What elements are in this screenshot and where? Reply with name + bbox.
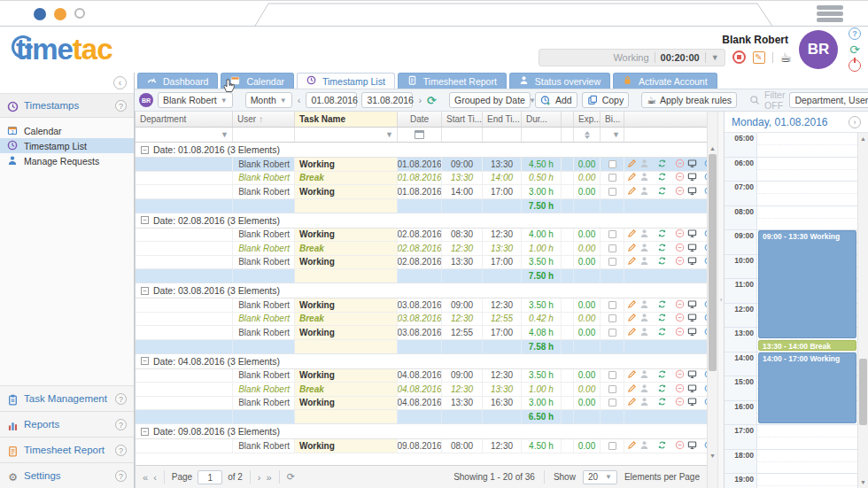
assign-user-icon[interactable] [639,313,649,324]
timestamp-row[interactable]: Blank Robert Working 03.08.2016 09:00 12… [136,298,707,313]
sidebar-section-timestamps[interactable]: Timestamps ? [0,94,134,118]
edit-pencil-icon[interactable] [627,159,637,170]
calendar-hour-row[interactable]: 17:00 [725,425,868,450]
billable-checkbox[interactable] [608,301,616,309]
sync-icon[interactable] [657,383,667,395]
billable-checkbox[interactable] [608,188,616,196]
edit-pencil-icon[interactable] [627,229,637,240]
edit-pencil-icon[interactable] [627,369,637,381]
column-header-task-name[interactable]: Task Name [295,112,398,127]
monitor-icon[interactable] [687,229,697,240]
billable-checkbox[interactable] [608,174,616,182]
sync-icon[interactable] [657,327,667,338]
filter-off-button[interactable]: Filter OFF [749,89,785,111]
stop-tracking-button[interactable] [732,50,746,64]
page-size-select[interactable]: 20▼ [583,470,617,484]
edit-pencil-icon[interactable] [627,397,637,408]
calendar-scrollbar[interactable]: ▲ ▼ [857,133,868,488]
timestamp-row[interactable]: Blank Robert Break 04.08.2016 12:30 13:3… [136,383,707,397]
tab-timestamp-list[interactable]: Timestamp List [297,73,395,89]
first-page-button[interactable]: « [143,472,148,483]
user-avatar[interactable]: BR [799,30,838,69]
assign-user-icon[interactable] [639,186,649,198]
sidebar-section-reports[interactable]: Reports? [0,411,134,437]
date-from-input[interactable]: 01.08.2016 [306,92,357,108]
timestamp-row[interactable]: Blank Robert Break 03.08.2016 12:30 12:5… [136,313,707,327]
edit-pencil-icon[interactable] [627,299,637,311]
chevron-down-icon[interactable]: ▼ [711,53,719,62]
assign-user-icon[interactable] [639,299,649,311]
scroll-up-icon[interactable]: ▲ [709,145,716,151]
monitor-icon[interactable] [687,172,697,183]
sync-icon[interactable] [657,243,667,254]
billable-checkbox[interactable] [608,399,616,407]
tracking-status-widget[interactable]: Working 00:20:00 ▼ [539,49,725,66]
edit-pencil-icon[interactable] [627,256,637,267]
sync-icon[interactable] [657,440,667,452]
timestamp-row[interactable]: Blank Robert Break 02.08.2016 12:30 13:3… [136,242,707,256]
date-to-input[interactable]: 31.08.2016 [361,92,413,108]
billable-checkbox[interactable] [608,314,616,322]
table-scrollbar[interactable]: ▲ ▼ [707,112,717,488]
column-header-duration[interactable]: Dur... [522,112,562,127]
column-header-date[interactable]: Date [398,112,442,127]
timestamp-row[interactable]: Blank Robert Working 01.08.2016 14:00 17… [136,185,707,199]
timestamp-row[interactable]: Blank Robert Working 03.08.2016 12:55 17… [136,326,707,340]
duration-filter[interactable] [522,128,562,142]
calendar-hour-row[interactable]: 19:00 [725,474,868,488]
edit-pencil-icon[interactable] [627,313,637,324]
sync-icon[interactable] [657,256,667,267]
sidebar-section-task-management[interactable]: Task Management? [0,385,134,411]
edit-pencil-icon[interactable] [627,440,637,452]
monitor-icon[interactable] [687,397,697,408]
column-header-expenses[interactable]: Exp... [574,112,601,127]
calendar-icon[interactable] [415,130,424,139]
remove-icon[interactable] [675,440,685,452]
assign-user-icon[interactable] [639,172,649,183]
expenses-filter[interactable] [574,128,601,142]
remove-icon[interactable] [675,313,685,324]
collapse-group-icon[interactable]: − [141,216,149,224]
calendar-hour-row[interactable]: 07:00 [725,182,868,206]
assign-user-icon[interactable] [639,229,649,240]
date-group-header[interactable]: −Date: 03.08.2016 (3 Elements) [136,283,707,298]
logout-power-icon[interactable] [849,59,861,72]
reload-icon[interactable]: ⟳ [427,94,437,107]
sidebar-item-timestamp-list[interactable]: Timestamp List [0,138,134,153]
collapse-group-icon[interactable]: − [141,428,149,436]
tab-activate-account[interactable]: Activate Account [613,73,717,89]
calendar-hour-row[interactable]: 05:00 [725,133,868,158]
next-day-button[interactable]: › [849,116,861,128]
timestamp-row[interactable]: Blank Robert Working 09.08.2016 08:00 12… [136,439,707,453]
last-page-button[interactable]: » [267,472,272,483]
help-icon[interactable]: ? [115,419,127,430]
billable-checkbox[interactable] [608,329,616,337]
end-filter[interactable] [483,128,522,142]
refresh-icon[interactable]: ⟳ [849,43,861,56]
sync-icon[interactable] [657,229,667,240]
sidebar-section-timesheet-report[interactable]: Timesheet Report? [0,437,134,462]
remove-icon[interactable] [675,299,685,311]
panel-splitter[interactable]: › [717,112,725,488]
scroll-down-icon[interactable]: ▼ [860,479,866,485]
timestamp-row[interactable]: Blank Robert Working 04.08.2016 13:30 16… [136,397,707,411]
remove-icon[interactable] [675,243,685,254]
timestamp-row[interactable]: Blank Robert Break 01.08.2016 13:30 14:0… [136,172,707,186]
monitor-icon[interactable] [687,313,697,324]
browser-menu-icon[interactable] [817,5,843,24]
sidebar-item-manage-requests[interactable]: Manage Requests [0,153,134,168]
reload-icon[interactable]: ⟳ [287,471,295,483]
billable-checkbox[interactable] [608,258,616,266]
collapse-group-icon[interactable]: − [141,146,149,154]
next-page-button[interactable]: › [258,472,261,483]
sidebar-collapse-button[interactable]: ‹ [113,76,127,89]
task-filter[interactable]: ▼ [295,128,398,142]
calendar-event-working[interactable]: 14:00 - 17:00 Working [758,352,856,424]
timestamp-row[interactable]: Blank Robert Working 02.08.2016 13:30 17… [136,256,707,270]
assign-user-icon[interactable] [639,243,649,254]
calendar-hour-row[interactable]: 18:00 [725,450,868,475]
billable-checkbox[interactable] [608,385,616,393]
help-icon[interactable]: ? [115,100,127,112]
calendar-event-break[interactable]: 13:30 - 14:00 Break [758,340,856,351]
edit-note-icon[interactable]: ✎ [753,51,765,64]
